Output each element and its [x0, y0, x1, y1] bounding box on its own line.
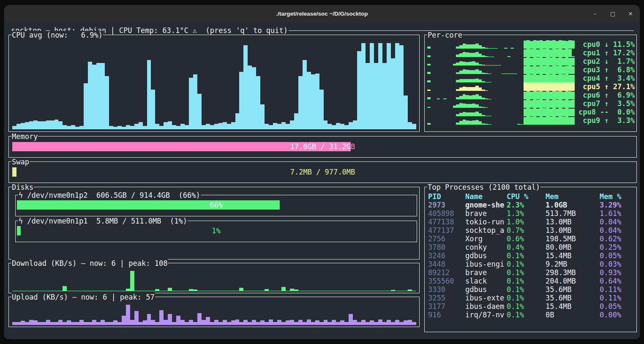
- bar: [79, 126, 84, 129]
- bar: [475, 112, 479, 116]
- bar: [374, 291, 378, 291]
- bar: [469, 121, 472, 125]
- titlebar[interactable]: ./target/release/soc ~/D/G/socktop – □ ✕: [4, 5, 640, 22]
- bar: [290, 120, 294, 129]
- bar: [546, 57, 549, 66]
- core-label: cpu9 ↑ 3.3%: [578, 116, 635, 125]
- bar: [113, 127, 117, 129]
- bar: [71, 291, 75, 291]
- bar: [479, 113, 482, 116]
- bar: [459, 61, 463, 66]
- bar: [556, 82, 559, 91]
- core-label: cpu5 ↑ 27.1%: [578, 82, 635, 91]
- bar: [252, 320, 256, 325]
- process-cell: 80.0MB: [546, 243, 600, 251]
- bar: [463, 94, 466, 99]
- bar: [164, 122, 168, 129]
- bar: [349, 314, 353, 325]
- disk-title: ϟ/dev/nvme0n1p1 5.8MB / 511.0MB (1%): [18, 217, 188, 225]
- bar: [130, 126, 134, 129]
- bar: [286, 291, 290, 291]
- bar: [536, 66, 540, 74]
- bar: [540, 108, 543, 116]
- bar: [370, 43, 374, 129]
- bar: [231, 291, 235, 291]
- bar: [572, 100, 575, 108]
- process-cell: 0.25%: [600, 243, 634, 251]
- disk-subpanel: ϟ/dev/nvme0n1p1 5.8MB / 511.0MB (1%)1%1%: [15, 221, 417, 242]
- process-cell: gdbus: [465, 285, 507, 294]
- bar: [378, 43, 382, 129]
- bar: [46, 120, 50, 129]
- close-button[interactable]: ✕: [627, 11, 634, 17]
- bar: [533, 74, 537, 82]
- bar: [315, 320, 319, 325]
- bar: [50, 291, 55, 291]
- bar: [427, 123, 431, 125]
- process-cell: 3448: [428, 260, 465, 268]
- bar: [180, 291, 185, 291]
- bar: [134, 124, 139, 129]
- bar: [126, 289, 130, 291]
- bar: [568, 40, 572, 49]
- bar: [562, 74, 565, 82]
- bar: [252, 291, 256, 291]
- bar: [84, 83, 88, 129]
- bar: [543, 66, 546, 74]
- bar: [16, 322, 21, 325]
- core-row: cpu9 ↑ 3.3%: [427, 116, 635, 125]
- bar: [472, 120, 475, 125]
- bar: [540, 40, 543, 49]
- bar: [239, 72, 243, 130]
- bar: [543, 117, 546, 125]
- bar: [101, 320, 105, 325]
- bar: [562, 109, 565, 116]
- download-chart: [12, 271, 416, 291]
- bar: [155, 124, 159, 129]
- bar: [361, 291, 366, 291]
- bar: [307, 319, 311, 325]
- bar: [75, 291, 79, 291]
- bar: [340, 124, 344, 129]
- bar: [463, 69, 466, 74]
- process-table: PIDNameCPU %MemMem %2973gnome-she2.3%1.0…: [428, 192, 634, 319]
- minimize-button[interactable]: –: [592, 11, 598, 17]
- bar: [412, 322, 416, 325]
- bar: [281, 287, 286, 291]
- bar: [565, 99, 569, 108]
- bar: [391, 290, 395, 291]
- bar: [472, 53, 475, 57]
- bar: [527, 82, 530, 91]
- bar: [562, 49, 565, 57]
- maximize-button[interactable]: □: [609, 11, 616, 17]
- bar: [540, 91, 543, 99]
- bar: [530, 82, 533, 91]
- bar: [552, 99, 556, 108]
- bar: [543, 100, 546, 108]
- bar: [164, 320, 168, 325]
- core-label: cpu2 ↓ 1.7%: [578, 57, 635, 66]
- process-cell: 355560: [428, 277, 465, 285]
- process-cell: 1.3%: [507, 209, 546, 218]
- bar: [202, 291, 206, 291]
- process-cell: 0.93%: [600, 268, 634, 277]
- swap-panel: Swap 7.2MB / 977.0MB 7.2MB / 977.0MB: [8, 161, 637, 183]
- bar: [223, 320, 227, 325]
- bar: [324, 320, 328, 325]
- bar: [562, 58, 565, 66]
- bar: [568, 109, 572, 116]
- bar: [96, 63, 101, 130]
- bar: [370, 320, 374, 325]
- bar: [524, 75, 527, 82]
- bar: [155, 322, 159, 325]
- process-column-header: Name: [465, 192, 507, 201]
- bar: [214, 291, 218, 291]
- bar: [540, 74, 543, 82]
- bar: [404, 320, 408, 325]
- bar: [374, 322, 378, 325]
- bar: [568, 91, 572, 99]
- process-cell: 1.61%: [600, 209, 634, 218]
- bar: [63, 286, 67, 291]
- bar: [562, 92, 565, 99]
- process-column-header: Mem %: [600, 192, 634, 201]
